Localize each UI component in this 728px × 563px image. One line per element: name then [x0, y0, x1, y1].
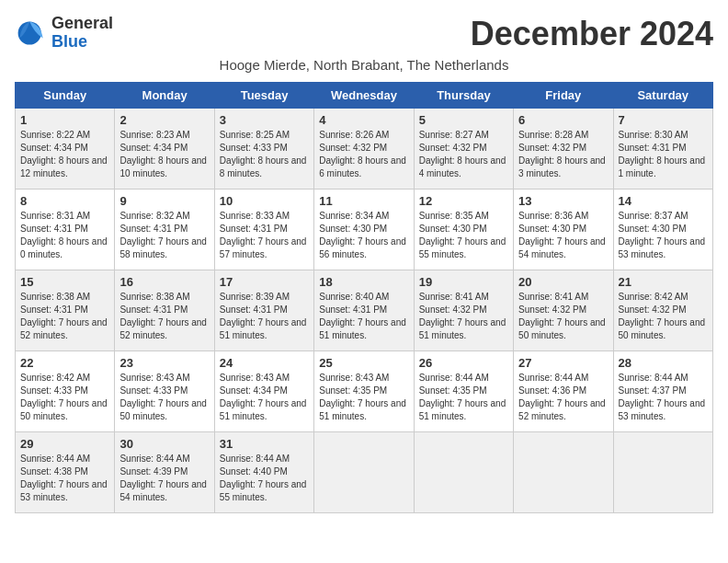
calendar-cell: 28 Sunrise: 8:44 AM Sunset: 4:37 PM Dayl…: [613, 351, 712, 432]
day-info: Sunrise: 8:44 AM Sunset: 4:37 PM Dayligh…: [619, 372, 708, 423]
day-info: Sunrise: 8:43 AM Sunset: 4:35 PM Dayligh…: [319, 372, 408, 423]
day-number: 11: [319, 194, 408, 208]
calendar-cell: 11 Sunrise: 8:34 AM Sunset: 4:30 PM Dayl…: [314, 190, 414, 270]
day-info: Sunrise: 8:42 AM Sunset: 4:32 PM Dayligh…: [619, 291, 708, 342]
day-info: Sunrise: 8:37 AM Sunset: 4:30 PM Dayligh…: [619, 210, 708, 261]
day-number: 5: [419, 113, 508, 127]
col-friday: Friday: [514, 83, 613, 109]
calendar-row: 15 Sunrise: 8:38 AM Sunset: 4:31 PM Dayl…: [16, 270, 713, 351]
calendar-cell: 26 Sunrise: 8:44 AM Sunset: 4:35 PM Dayl…: [414, 351, 513, 432]
day-info: Sunrise: 8:30 AM Sunset: 4:31 PM Dayligh…: [619, 129, 708, 180]
subtitle: Hooge Mierde, North Brabant, The Netherl…: [15, 57, 713, 73]
col-thursday: Thursday: [414, 83, 513, 109]
calendar-cell: 20 Sunrise: 8:41 AM Sunset: 4:32 PM Dayl…: [514, 270, 613, 351]
day-number: 2: [119, 113, 209, 127]
calendar-cell: 7 Sunrise: 8:30 AM Sunset: 4:31 PM Dayli…: [613, 109, 712, 190]
calendar-cell: 4 Sunrise: 8:26 AM Sunset: 4:32 PM Dayli…: [314, 109, 414, 190]
logo-icon: [15, 17, 48, 50]
day-info: Sunrise: 8:38 AM Sunset: 4:31 PM Dayligh…: [119, 291, 209, 342]
day-number: 23: [119, 356, 209, 370]
day-info: Sunrise: 8:35 AM Sunset: 4:30 PM Dayligh…: [419, 210, 508, 261]
day-info: Sunrise: 8:23 AM Sunset: 4:34 PM Dayligh…: [119, 129, 209, 180]
calendar-cell: [414, 432, 513, 513]
day-info: Sunrise: 8:44 AM Sunset: 4:39 PM Dayligh…: [119, 453, 209, 504]
calendar-cell: 27 Sunrise: 8:44 AM Sunset: 4:36 PM Dayl…: [514, 351, 613, 432]
day-number: 29: [20, 437, 109, 451]
day-info: Sunrise: 8:44 AM Sunset: 4:36 PM Dayligh…: [518, 372, 608, 423]
day-number: 27: [518, 356, 608, 370]
day-info: Sunrise: 8:25 AM Sunset: 4:33 PM Dayligh…: [220, 129, 309, 180]
calendar-cell: [613, 432, 712, 513]
day-number: 13: [518, 194, 608, 208]
day-info: Sunrise: 8:22 AM Sunset: 4:34 PM Dayligh…: [20, 129, 109, 180]
header-row: Sunday Monday Tuesday Wednesday Thursday…: [16, 83, 713, 109]
day-number: 31: [220, 437, 309, 451]
calendar-cell: 15 Sunrise: 8:38 AM Sunset: 4:31 PM Dayl…: [16, 270, 115, 351]
day-number: 12: [419, 194, 508, 208]
calendar-cell: 19 Sunrise: 8:41 AM Sunset: 4:32 PM Dayl…: [414, 270, 513, 351]
day-info: Sunrise: 8:34 AM Sunset: 4:30 PM Dayligh…: [319, 210, 408, 261]
day-number: 20: [518, 275, 608, 289]
day-number: 3: [220, 113, 309, 127]
calendar-cell: 13 Sunrise: 8:36 AM Sunset: 4:30 PM Dayl…: [514, 190, 613, 270]
day-info: Sunrise: 8:38 AM Sunset: 4:31 PM Dayligh…: [20, 291, 109, 342]
calendar-row: 1 Sunrise: 8:22 AM Sunset: 4:34 PM Dayli…: [16, 109, 713, 190]
day-info: Sunrise: 8:28 AM Sunset: 4:32 PM Dayligh…: [518, 129, 608, 180]
col-tuesday: Tuesday: [214, 83, 313, 109]
calendar-table: Sunday Monday Tuesday Wednesday Thursday…: [15, 82, 713, 513]
day-info: Sunrise: 8:32 AM Sunset: 4:31 PM Dayligh…: [119, 210, 209, 261]
day-info: Sunrise: 8:42 AM Sunset: 4:33 PM Dayligh…: [20, 372, 109, 423]
day-number: 1: [20, 113, 109, 127]
day-info: Sunrise: 8:27 AM Sunset: 4:32 PM Dayligh…: [419, 129, 508, 180]
day-info: Sunrise: 8:39 AM Sunset: 4:31 PM Dayligh…: [220, 291, 309, 342]
calendar-cell: 9 Sunrise: 8:32 AM Sunset: 4:31 PM Dayli…: [115, 190, 214, 270]
day-number: 9: [119, 194, 209, 208]
day-info: Sunrise: 8:33 AM Sunset: 4:31 PM Dayligh…: [220, 210, 309, 261]
day-number: 30: [119, 437, 209, 451]
day-number: 16: [119, 275, 209, 289]
day-info: Sunrise: 8:43 AM Sunset: 4:34 PM Dayligh…: [220, 372, 309, 423]
day-info: Sunrise: 8:26 AM Sunset: 4:32 PM Dayligh…: [319, 129, 408, 180]
day-number: 6: [518, 113, 608, 127]
day-number: 7: [619, 113, 708, 127]
day-info: Sunrise: 8:43 AM Sunset: 4:33 PM Dayligh…: [119, 372, 209, 423]
day-number: 22: [20, 356, 109, 370]
day-info: Sunrise: 8:44 AM Sunset: 4:40 PM Dayligh…: [220, 453, 309, 504]
day-info: Sunrise: 8:44 AM Sunset: 4:35 PM Dayligh…: [419, 372, 508, 423]
calendar-cell: 16 Sunrise: 8:38 AM Sunset: 4:31 PM Dayl…: [115, 270, 214, 351]
calendar-cell: 6 Sunrise: 8:28 AM Sunset: 4:32 PM Dayli…: [514, 109, 613, 190]
calendar-cell: 23 Sunrise: 8:43 AM Sunset: 4:33 PM Dayl…: [115, 351, 214, 432]
day-number: 25: [319, 356, 408, 370]
calendar-cell: 18 Sunrise: 8:40 AM Sunset: 4:31 PM Dayl…: [314, 270, 414, 351]
calendar-cell: 21 Sunrise: 8:42 AM Sunset: 4:32 PM Dayl…: [613, 270, 712, 351]
logo-text: General Blue: [51, 15, 113, 52]
day-number: 17: [220, 275, 309, 289]
col-wednesday: Wednesday: [314, 83, 414, 109]
logo: General Blue: [15, 15, 113, 52]
col-monday: Monday: [115, 83, 214, 109]
calendar-cell: 29 Sunrise: 8:44 AM Sunset: 4:38 PM Dayl…: [16, 432, 115, 513]
calendar-cell: [514, 432, 613, 513]
day-number: 26: [419, 356, 508, 370]
day-info: Sunrise: 8:40 AM Sunset: 4:31 PM Dayligh…: [319, 291, 408, 342]
month-title: December 2024: [471, 15, 713, 53]
calendar-row: 8 Sunrise: 8:31 AM Sunset: 4:31 PM Dayli…: [16, 190, 713, 270]
calendar-cell: 25 Sunrise: 8:43 AM Sunset: 4:35 PM Dayl…: [314, 351, 414, 432]
day-number: 10: [220, 194, 309, 208]
day-info: Sunrise: 8:36 AM Sunset: 4:30 PM Dayligh…: [518, 210, 608, 261]
day-number: 24: [220, 356, 309, 370]
calendar-cell: 10 Sunrise: 8:33 AM Sunset: 4:31 PM Dayl…: [214, 190, 313, 270]
col-sunday: Sunday: [16, 83, 115, 109]
calendar-cell: 24 Sunrise: 8:43 AM Sunset: 4:34 PM Dayl…: [214, 351, 313, 432]
page-header: General Blue December 2024: [15, 15, 713, 53]
calendar-cell: [314, 432, 414, 513]
day-number: 15: [20, 275, 109, 289]
day-number: 14: [619, 194, 708, 208]
calendar-row: 22 Sunrise: 8:42 AM Sunset: 4:33 PM Dayl…: [16, 351, 713, 432]
day-info: Sunrise: 8:41 AM Sunset: 4:32 PM Dayligh…: [419, 291, 508, 342]
day-info: Sunrise: 8:31 AM Sunset: 4:31 PM Dayligh…: [20, 210, 109, 261]
calendar-cell: 30 Sunrise: 8:44 AM Sunset: 4:39 PM Dayl…: [115, 432, 214, 513]
calendar-cell: 2 Sunrise: 8:23 AM Sunset: 4:34 PM Dayli…: [115, 109, 214, 190]
day-number: 18: [319, 275, 408, 289]
calendar-row: 29 Sunrise: 8:44 AM Sunset: 4:38 PM Dayl…: [16, 432, 713, 513]
